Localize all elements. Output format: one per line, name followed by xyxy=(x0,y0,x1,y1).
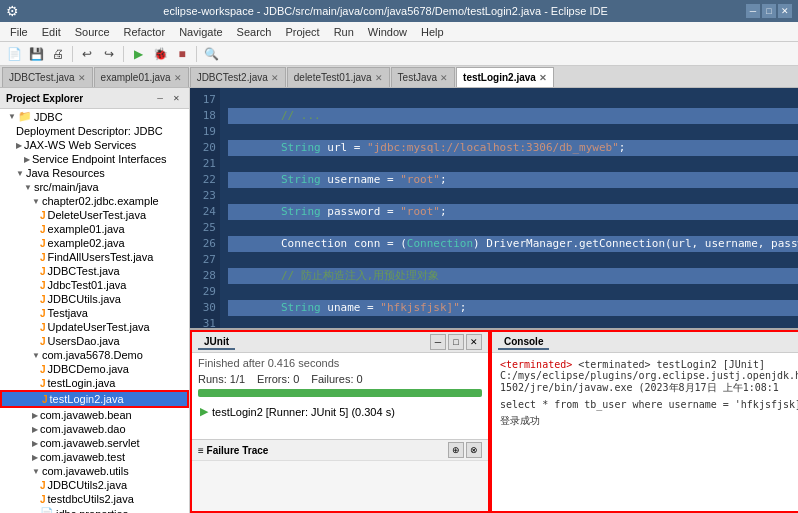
sidebar-header: Project Explorer ─ ✕ xyxy=(0,88,189,109)
run-button[interactable]: ▶ xyxy=(128,44,148,64)
menu-run[interactable]: Run xyxy=(328,24,360,40)
sidebar-item-testjava[interactable]: J Testjava xyxy=(0,306,189,320)
sidebar-item-label: example02.java xyxy=(48,237,125,249)
sidebar-item-label: JDBCTest.java xyxy=(48,265,120,277)
minimize-button[interactable]: ─ xyxy=(746,4,760,18)
tab-testjava-close[interactable]: ✕ xyxy=(440,73,448,83)
expand-icon: ▶ xyxy=(32,411,38,420)
sidebar-item-jdbcdemo[interactable]: J JDBCDemo.java xyxy=(0,362,189,376)
sidebar-item-label: jdbc.properties xyxy=(56,508,128,514)
junit-tab[interactable]: JUnit xyxy=(198,335,235,350)
menu-refactor[interactable]: Refactor xyxy=(118,24,172,40)
code-editor[interactable]: 17 18 19 20 21 22 23 24 25 26 27 28 29 3… xyxy=(190,88,798,328)
junit-progress-bar xyxy=(198,389,482,397)
menu-source[interactable]: Source xyxy=(69,24,116,40)
sidebar-item-javaweb-servlet[interactable]: ▶ com.javaweb.servlet xyxy=(0,436,189,450)
sidebar-item-jdbc[interactable]: ▼ 📁 JDBC xyxy=(0,109,189,124)
print-button[interactable]: 🖨 xyxy=(48,44,68,64)
sidebar-item-example02[interactable]: J example02.java xyxy=(0,236,189,250)
toolbar-separator xyxy=(72,46,73,62)
menu-project[interactable]: Project xyxy=(279,24,325,40)
tab-deletetest01-close[interactable]: ✕ xyxy=(375,73,383,83)
tab-testjava[interactable]: TestJava ✕ xyxy=(391,67,455,87)
menu-help[interactable]: Help xyxy=(415,24,450,40)
junit-panel-tabs: JUnit xyxy=(198,335,235,350)
debug-button[interactable]: 🐞 xyxy=(150,44,170,64)
sidebar-controls: ─ ✕ xyxy=(153,91,183,105)
sidebar-item-deployment[interactable]: Deployment Descriptor: JDBC xyxy=(0,124,189,138)
sidebar-item-deleteusertest[interactable]: J DeleteUserTest.java xyxy=(0,208,189,222)
stop-button[interactable]: ■ xyxy=(172,44,192,64)
close-button[interactable]: ✕ xyxy=(778,4,792,18)
undo-button[interactable]: ↩ xyxy=(77,44,97,64)
editor-content: 17 18 19 20 21 22 23 24 25 26 27 28 29 3… xyxy=(190,88,798,328)
tab-jdbctest2-close[interactable]: ✕ xyxy=(271,73,279,83)
tab-testlogin2-close[interactable]: ✕ xyxy=(539,73,547,83)
menu-search[interactable]: Search xyxy=(231,24,278,40)
junit-close-button[interactable]: ✕ xyxy=(466,334,482,350)
tab-deletetest01[interactable]: deleteTest01.java ✕ xyxy=(287,67,390,87)
tab-example01[interactable]: example01.java ✕ xyxy=(94,67,189,87)
tab-jdbctest2[interactable]: JDBCTest2.java ✕ xyxy=(190,67,286,87)
menu-file[interactable]: File xyxy=(4,24,34,40)
sidebar-item-findalluserstest[interactable]: J FindAllUsersTest.java xyxy=(0,250,189,264)
sidebar-item-jaxws[interactable]: ▶ JAX-WS Web Services xyxy=(0,138,189,152)
junit-minimize-button[interactable]: ─ xyxy=(430,334,446,350)
sidebar-item-java-resources[interactable]: ▼ Java Resources xyxy=(0,166,189,180)
search-toolbar-button[interactable]: 🔍 xyxy=(201,44,221,64)
expand-icon: ▶ xyxy=(32,439,38,448)
save-button[interactable]: 💾 xyxy=(26,44,46,64)
sidebar-item-jdbcutils2[interactable]: J JDBCUtils2.java xyxy=(0,478,189,492)
sidebar-item-demo-package[interactable]: ▼ com.java5678.Demo xyxy=(0,348,189,362)
right-panel: 17 18 19 20 21 22 23 24 25 26 27 28 29 3… xyxy=(190,88,798,513)
junit-maximize-button[interactable]: □ xyxy=(448,334,464,350)
console-tab[interactable]: Console xyxy=(498,335,549,350)
sidebar-item-src-main-java[interactable]: ▼ src/main/java xyxy=(0,180,189,194)
junit-panel-header: JUnit ─ □ ✕ xyxy=(192,332,488,353)
tab-jdbctest[interactable]: JDBCTest.java ✕ xyxy=(2,67,93,87)
sidebar-item-javaweb-test[interactable]: ▶ com.javaweb.test xyxy=(0,450,189,464)
sidebar-item-usersdao[interactable]: J UsersDao.java xyxy=(0,334,189,348)
tab-jdbctest-close[interactable]: ✕ xyxy=(78,73,86,83)
sidebar-minimize-button[interactable]: ─ xyxy=(153,91,167,105)
expand-icon: ▼ xyxy=(32,351,40,360)
tab-testlogin2[interactable]: testLogin2.java ✕ xyxy=(456,67,554,87)
sidebar-item-service-endpoint[interactable]: ▶ Service Endpoint Interfaces xyxy=(0,152,189,166)
sidebar-item-updateusertest[interactable]: J UpdateUserTest.java xyxy=(0,320,189,334)
window-controls: ─ □ ✕ xyxy=(746,4,792,18)
sidebar-item-jdbc-properties[interactable]: 📄 jdbc.properties xyxy=(0,506,189,513)
sidebar-item-testlogin[interactable]: J testLogin.java xyxy=(0,376,189,390)
sidebar-item-example01[interactable]: J example01.java xyxy=(0,222,189,236)
failure-trace-label: ≡ Failure Trace xyxy=(198,445,268,456)
tab-deletetest01-label: deleteTest01.java xyxy=(294,72,372,83)
sidebar-item-label: UpdateUserTest.java xyxy=(48,321,150,333)
sidebar-item-jdbcutils[interactable]: J JDBCUtils.java xyxy=(0,292,189,306)
expand-icon: ▼ xyxy=(16,169,24,178)
junit-test-item[interactable]: ▶ testLogin2 [Runner: JUnit 5] (0.304 s) xyxy=(198,403,482,420)
console-panel-header: Console ─ □ ✕ xyxy=(492,332,798,353)
new-button[interactable]: 📄 xyxy=(4,44,24,64)
sidebar-close-button[interactable]: ✕ xyxy=(169,91,183,105)
redo-button[interactable]: ↪ xyxy=(99,44,119,64)
failure-trace-header: ≡ Failure Trace ⊕ ⊗ xyxy=(192,440,488,461)
menu-edit[interactable]: Edit xyxy=(36,24,67,40)
code-text[interactable]: // ... String url = "jdbc:mysql://localh… xyxy=(220,88,798,328)
sidebar-item-jdbctest[interactable]: J JDBCTest.java xyxy=(0,264,189,278)
maximize-button[interactable]: □ xyxy=(762,4,776,18)
menu-navigate[interactable]: Navigate xyxy=(173,24,228,40)
console-panel-tabs: Console xyxy=(498,335,549,350)
sidebar-item-chapter02[interactable]: ▼ chapter02.jdbc.example xyxy=(0,194,189,208)
sidebar-item-javaweb-dao[interactable]: ▶ com.javaweb.dao xyxy=(0,422,189,436)
sidebar-item-javaweb-bean[interactable]: ▶ com.javaweb.bean xyxy=(0,408,189,422)
sidebar-item-testlogin2[interactable]: J testLogin2.java xyxy=(0,390,189,408)
sidebar-item-label: JDBC xyxy=(34,111,63,123)
console-panel: Console ─ □ ✕ <terminated> <terminated> … xyxy=(490,330,798,513)
failure-trace-btn1[interactable]: ⊕ xyxy=(448,442,464,458)
sidebar-item-javaweb-utils[interactable]: ▼ com.javaweb.utils xyxy=(0,464,189,478)
sidebar-item-testdbcutils2[interactable]: J testdbcUtils2.java xyxy=(0,492,189,506)
failure-trace-btn2[interactable]: ⊗ xyxy=(466,442,482,458)
menu-window[interactable]: Window xyxy=(362,24,413,40)
sidebar-item-jdbctest01[interactable]: J JdbcTest01.java xyxy=(0,278,189,292)
tab-example01-close[interactable]: ✕ xyxy=(174,73,182,83)
sidebar-item-label: chapter02.jdbc.example xyxy=(42,195,159,207)
